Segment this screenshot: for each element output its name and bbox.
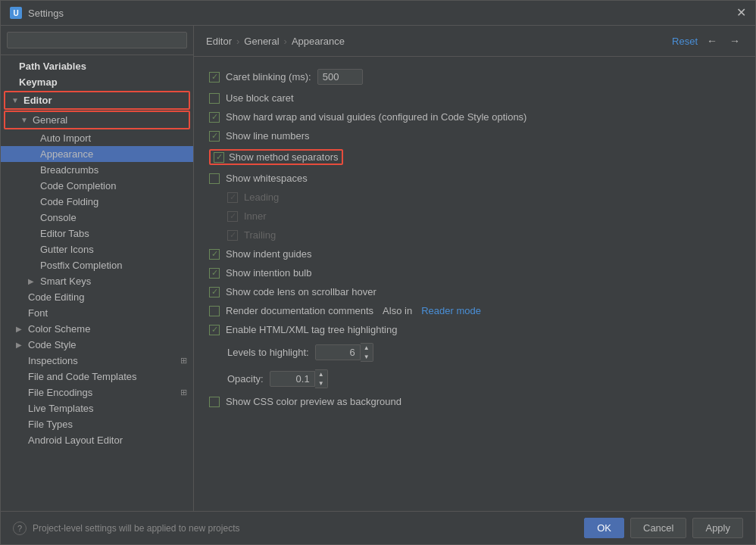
sidebar-item-file-encodings[interactable]: File Encodings ⊞ <box>1 385 193 400</box>
sidebar-label: Auto Import <box>40 132 91 144</box>
window-title: Settings <box>28 8 64 19</box>
sidebar-item-console[interactable]: Console <box>1 210 193 226</box>
show-css-color-checkbox[interactable] <box>209 397 220 407</box>
sidebar-label: Code Completion <box>40 180 116 192</box>
bottom-info-text: Project-level settings will be applied t… <box>33 523 239 534</box>
setting-levels-to-highlight: Levels to highlight: ▲ ▼ <box>209 343 740 362</box>
forward-button[interactable]: → <box>726 33 743 48</box>
levels-input[interactable] <box>315 344 361 360</box>
sidebar-item-file-code-templates[interactable]: File and Code Templates <box>1 369 193 385</box>
expand-arrow-icon: ▶ <box>28 277 37 285</box>
setting-caret-blinking: Caret blinking (ms): <box>209 69 740 85</box>
opacity-up-button[interactable]: ▲ <box>315 370 327 379</box>
reset-button[interactable]: Reset <box>672 36 698 47</box>
sidebar-item-code-folding[interactable]: Code Folding <box>1 194 193 210</box>
show-method-separators-label: Show method separators <box>229 151 339 163</box>
breadcrumb-editor: Editor <box>206 36 232 47</box>
show-hard-wrap-label: Show hard wrap and visual guides (config… <box>226 111 526 123</box>
sidebar-label: File Types <box>28 419 73 430</box>
show-indent-guides-checkbox[interactable] <box>209 249 220 260</box>
sidebar-item-gutter-icons[interactable]: Gutter Icons <box>1 241 193 257</box>
leading-checkbox[interactable] <box>227 192 238 203</box>
leading-label: Leading <box>244 192 279 203</box>
sidebar-label: Android Layout Editor <box>28 434 123 446</box>
caret-blinking-input[interactable] <box>317 69 363 85</box>
sidebar-item-file-types[interactable]: File Types <box>1 416 193 432</box>
sidebar-item-postfix-completion[interactable]: Postfix Completion <box>1 257 193 273</box>
setting-show-intention-bulb: Show intention bulb <box>209 267 740 279</box>
apply-button[interactable]: Apply <box>692 518 743 538</box>
back-button[interactable]: ← <box>704 33 720 48</box>
caret-blinking-checkbox[interactable] <box>209 72 220 83</box>
trailing-checkbox[interactable] <box>227 230 238 241</box>
render-doc-comments-checkbox[interactable] <box>209 306 220 316</box>
show-indent-guides-label: Show indent guides <box>226 248 311 260</box>
show-code-lens-checkbox[interactable] <box>209 287 220 297</box>
trailing-label: Trailing <box>244 229 276 241</box>
opacity-input[interactable] <box>270 371 315 387</box>
sidebar-item-editor[interactable]: ▼ Editor <box>4 91 190 110</box>
sidebar-item-auto-import[interactable]: Auto Import <box>1 130 193 146</box>
setting-show-line-numbers: Show line numbers <box>209 130 740 142</box>
sidebar-label: Path Variables <box>19 61 86 72</box>
help-icon[interactable]: ? <box>13 522 27 535</box>
sidebar-item-path-variables[interactable]: Path Variables <box>1 58 193 74</box>
inspections-badge: ⊞ <box>180 356 187 366</box>
sidebar-item-code-completion[interactable]: Code Completion <box>1 178 193 194</box>
inner-checkbox[interactable] <box>227 211 238 222</box>
settings-content: Caret blinking (ms): Use block caret Sho… <box>194 57 755 511</box>
sidebar-item-android-layout-editor[interactable]: Android Layout Editor <box>1 432 193 448</box>
reader-mode-link[interactable]: Reader mode <box>421 305 481 316</box>
sidebar-item-general[interactable]: ▼ General <box>4 111 190 129</box>
setting-trailing: Trailing <box>209 229 740 241</box>
enable-html-xml-checkbox[interactable] <box>209 325 220 335</box>
content-area: Editor › General › Appearance Reset ← → … <box>194 26 755 511</box>
app-icon: U <box>10 7 22 19</box>
sidebar-item-code-style[interactable]: ▶ Code Style <box>1 337 193 353</box>
sidebar-label: Inspections <box>28 355 78 366</box>
setting-show-code-lens: Show code lens on scrollbar hover <box>209 286 740 297</box>
show-css-color-label: Show CSS color preview as background <box>226 396 401 407</box>
use-block-caret-checkbox[interactable] <box>209 93 220 104</box>
sidebar-item-breadcrumbs[interactable]: Breadcrumbs <box>1 162 193 178</box>
close-button[interactable]: ✕ <box>736 7 746 19</box>
sidebar-label: Editor Tabs <box>40 228 89 239</box>
sidebar-item-live-templates[interactable]: Live Templates <box>1 400 193 416</box>
sidebar-item-inspections[interactable]: Inspections ⊞ <box>1 353 193 369</box>
inner-label: Inner <box>244 210 267 222</box>
cancel-button[interactable]: Cancel <box>630 518 686 538</box>
setting-enable-html-xml: Enable HTML/XML tag tree highlighting <box>209 324 740 335</box>
main-content: Path Variables Keymap ▼ Editor ▼ General <box>1 26 755 511</box>
sidebar-item-font[interactable]: Font <box>1 305 193 321</box>
sidebar-item-appearance[interactable]: Appearance <box>1 146 193 162</box>
expand-arrow-icon: ▶ <box>16 341 25 349</box>
show-method-separators-checkbox[interactable] <box>214 152 224 163</box>
breadcrumb-bar: Editor › General › Appearance Reset ← → <box>194 26 755 57</box>
opacity-spinner: ▲ ▼ <box>270 369 328 388</box>
search-box <box>1 26 193 55</box>
sidebar-item-smart-keys[interactable]: ▶ Smart Keys <box>1 273 193 289</box>
sidebar-item-keymap[interactable]: Keymap <box>1 74 193 90</box>
setting-render-doc-comments: Render documentation comments Also in Re… <box>209 305 740 316</box>
show-intention-bulb-checkbox[interactable] <box>209 268 220 279</box>
show-whitespaces-checkbox[interactable] <box>209 173 220 184</box>
show-line-numbers-checkbox[interactable] <box>209 131 220 142</box>
levels-up-button[interactable]: ▲ <box>361 344 373 353</box>
levels-down-button[interactable]: ▼ <box>361 353 373 362</box>
setting-show-whitespaces: Show whitespaces <box>209 173 740 184</box>
sidebar-label: Editor <box>23 95 52 106</box>
sidebar-label: Appearance <box>40 148 93 160</box>
search-input[interactable] <box>7 32 187 48</box>
sidebar-item-code-editing[interactable]: Code Editing <box>1 289 193 305</box>
sidebar-item-color-scheme[interactable]: ▶ Color Scheme <box>1 321 193 337</box>
sidebar-label: General <box>33 114 67 126</box>
opacity-down-button[interactable]: ▼ <box>315 379 327 388</box>
sidebar-label: File Encodings <box>28 387 92 398</box>
show-hard-wrap-checkbox[interactable] <box>209 112 220 123</box>
expand-arrow-icon: ▼ <box>11 96 20 104</box>
setting-show-indent-guides: Show indent guides <box>209 248 740 260</box>
levels-spinner: ▲ ▼ <box>315 343 373 362</box>
bottom-info: ? Project-level settings will be applied… <box>13 522 239 535</box>
ok-button[interactable]: OK <box>584 518 624 538</box>
sidebar-item-editor-tabs[interactable]: Editor Tabs <box>1 226 193 241</box>
